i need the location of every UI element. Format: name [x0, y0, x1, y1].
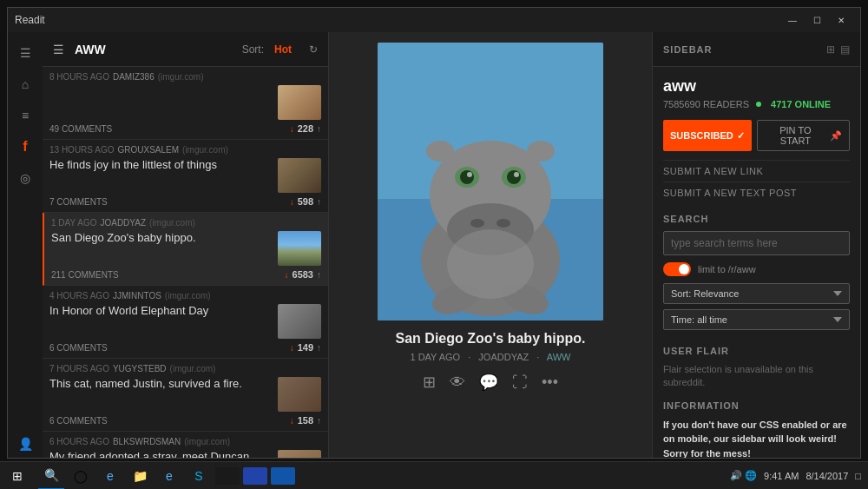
- taskbar-app1[interactable]: [215, 467, 240, 485]
- sort-value[interactable]: Hot: [274, 43, 292, 56]
- list-item[interactable]: 1 DAY AGO JOADDYAZ (imgur.com) San Diego…: [43, 213, 328, 286]
- taskbar-explorer[interactable]: 📁: [127, 462, 153, 490]
- list-nav-icon[interactable]: ≡: [10, 102, 41, 129]
- vote-up-icon[interactable]: ↑: [317, 343, 321, 353]
- icon-nav: ☰ ⌂ ≡ f ◎ 👤: [8, 32, 43, 458]
- check-icon: ✓: [737, 130, 745, 142]
- post-content: San Diego Zoo's baby hippo.: [51, 231, 321, 266]
- more-action-button[interactable]: •••: [542, 373, 558, 392]
- comments-count[interactable]: 6 COMMENTS: [49, 343, 108, 353]
- comments-count[interactable]: 6 COMMENTS: [49, 416, 108, 426]
- vote-section: ↓ 149 ↑: [290, 342, 321, 353]
- notifications-icon[interactable]: □: [855, 471, 861, 481]
- sidebar-grid-icon[interactable]: ⊞: [826, 43, 835, 56]
- close-button[interactable]: ✕: [829, 11, 853, 29]
- thumbnail-image: [278, 450, 321, 458]
- taskbar: ⊞ 🔍 ◯ e 📁 e S 🔊 🌐 9:41 AM 8/14/2017 □: [0, 461, 868, 489]
- post-detail-title: San Diego Zoo's baby hippo.: [396, 331, 586, 347]
- pin-to-start-button[interactable]: PIN TO START 📌: [757, 120, 850, 151]
- online-indicator: [756, 102, 761, 107]
- vote-up-icon[interactable]: ↑: [317, 124, 321, 134]
- subreddit-name: aww: [663, 77, 850, 96]
- main-content: San Diego Zoo's baby hippo. 1 DAY AGO · …: [329, 32, 652, 458]
- start-button[interactable]: ⊞: [0, 462, 35, 490]
- vote-up-icon[interactable]: ↑: [317, 270, 321, 280]
- comments-count[interactable]: 7 COMMENTS: [49, 197, 108, 207]
- subscribed-button[interactable]: SUBSCRIBED ✓: [663, 120, 752, 151]
- expand-action-button[interactable]: ⛶: [512, 373, 528, 392]
- list-item[interactable]: 6 HOURS AGO BLKSWRDSMAN (imgur.com) My f…: [43, 432, 328, 458]
- post-title: San Diego Zoo's baby hippo.: [51, 231, 271, 246]
- post-detail-subreddit[interactable]: AWW: [547, 352, 571, 362]
- hamburger-nav-icon[interactable]: ☰: [10, 39, 41, 67]
- post-meta: 1 DAY AGO JOADDYAZ (imgur.com): [51, 218, 321, 228]
- post-author: DAMIZ386: [113, 72, 155, 82]
- time-select[interactable]: Time: all time Time: past hour Time: pas…: [663, 309, 850, 330]
- submit-link-button[interactable]: SUBMIT A NEW LINK: [663, 160, 850, 182]
- minimize-button[interactable]: —: [780, 11, 805, 29]
- post-title: In Honor of World Elephant Day: [49, 304, 271, 319]
- list-item[interactable]: 13 HOURS AGO GROUXSALEM (imgur.com) He f…: [43, 140, 328, 213]
- image-action-button[interactable]: ⊞: [423, 373, 436, 392]
- thumbnail-image: [278, 231, 321, 266]
- eye-action-button[interactable]: 👁: [450, 373, 465, 392]
- vote-down-icon[interactable]: ↓: [290, 343, 294, 353]
- reddit-nav-icon[interactable]: f: [10, 133, 41, 161]
- limit-toggle[interactable]: [663, 262, 691, 276]
- submit-text-button[interactable]: SUBMIT A NEW TEXT POST: [663, 182, 850, 203]
- user-nav-icon[interactable]: 👤: [10, 430, 41, 458]
- post-meta: 4 HOURS AGO JJMINNTOS (imgur.com): [49, 291, 321, 301]
- maximize-button[interactable]: ☐: [805, 11, 829, 29]
- info-description: If you don't have our CSS enabled or are…: [663, 418, 850, 458]
- post-time: 13 HOURS AGO: [49, 145, 114, 155]
- post-thumbnail: [278, 231, 321, 266]
- list-item[interactable]: 4 HOURS AGO JJMINNTOS (imgur.com) In Hon…: [43, 286, 328, 359]
- sidebar-list-icon[interactable]: ▤: [840, 43, 850, 56]
- taskbar-app3[interactable]: [271, 467, 295, 485]
- vote-count: 158: [298, 415, 313, 426]
- comments-count[interactable]: 211 COMMENTS: [51, 270, 119, 280]
- taskbar-search[interactable]: 🔍: [38, 462, 64, 490]
- taskbar-skype[interactable]: S: [186, 462, 212, 490]
- thumbnail-image: [278, 377, 321, 412]
- svg-point-11: [467, 172, 472, 177]
- post-content: This cat, named Justin, survived a fire.: [49, 377, 321, 412]
- taskbar-time: 9:41 AM: [764, 471, 799, 481]
- post-content: [49, 85, 321, 120]
- taskbar-cortana[interactable]: ◯: [68, 462, 94, 490]
- posts-menu-icon[interactable]: ☰: [53, 43, 64, 56]
- settings-nav-icon[interactable]: ◎: [10, 164, 41, 192]
- post-footer: 7 COMMENTS ↓ 598 ↑: [49, 196, 321, 207]
- vote-down-icon[interactable]: ↓: [285, 270, 289, 280]
- list-item[interactable]: 7 HOURS AGO YUGYSTEBD (imgur.com) This c…: [43, 359, 328, 432]
- comment-icon: 💬: [479, 373, 498, 392]
- vote-down-icon[interactable]: ↓: [290, 416, 294, 426]
- vote-count: 228: [298, 123, 313, 134]
- vote-up-icon[interactable]: ↑: [317, 197, 321, 207]
- taskbar-edge[interactable]: e: [97, 462, 123, 490]
- sort-select[interactable]: Sort: Relevance Sort: New Sort: Top Sort…: [663, 283, 850, 304]
- search-input[interactable]: [663, 231, 850, 255]
- vote-down-icon[interactable]: ↓: [290, 197, 294, 207]
- vote-down-icon[interactable]: ↓: [290, 124, 294, 134]
- taskbar-app2[interactable]: [243, 467, 267, 485]
- comments-count[interactable]: 49 COMMENTS: [49, 124, 112, 134]
- post-author: BLKSWRDSMAN: [113, 437, 181, 446]
- post-thumbnail: [278, 85, 321, 120]
- post-title: My friend adopted a stray, meet Duncan, …: [49, 450, 271, 458]
- post-content: In Honor of World Elephant Day: [49, 304, 321, 339]
- post-title: He finds joy in the littlest of things: [49, 158, 271, 173]
- taskbar-ie[interactable]: e: [156, 462, 182, 490]
- vote-section: ↓ 228 ↑: [290, 123, 321, 134]
- vote-up-icon[interactable]: ↑: [317, 416, 321, 426]
- list-item[interactable]: 8 HOURS AGO DAMIZ386 (imgur.com) 49 COMM…: [43, 67, 328, 140]
- sidebar-panel: SIDEBAR ⊞ ▤ aww 7585690 READERS 4717 ONL…: [652, 32, 860, 458]
- user-flair-title: USER FLAIR: [663, 346, 850, 356]
- refresh-icon[interactable]: ↻: [309, 43, 318, 56]
- home-nav-icon[interactable]: ⌂: [10, 70, 41, 98]
- sidebar-header: SIDEBAR ⊞ ▤: [653, 32, 860, 67]
- post-image: [378, 43, 603, 320]
- comment-action-button[interactable]: 💬: [479, 373, 498, 392]
- readers-count: 7585690 READERS: [663, 99, 749, 109]
- svg-point-13: [426, 141, 454, 162]
